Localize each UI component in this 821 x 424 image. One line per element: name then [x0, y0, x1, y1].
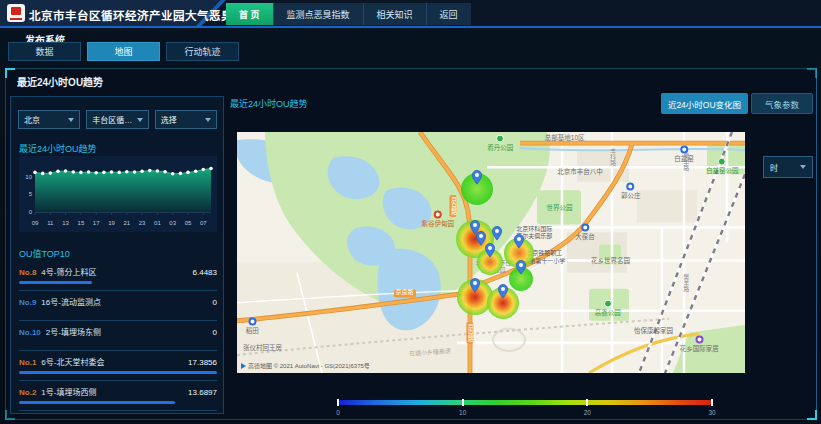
value-bar-fill [19, 401, 175, 404]
map-pin-b7[interactable] [515, 260, 526, 279]
nav-item-2[interactable]: 监测点恶臭指数 [273, 3, 363, 25]
list-item-head: No.102号-填埋场东侧0 [19, 326, 217, 337]
map-label-8: 大葆台 [575, 224, 595, 241]
map-pin-x2[interactable] [492, 226, 503, 245]
panel-corner-tr [807, 68, 817, 78]
list-item-head: No.21号-填埋场西侧13.6897 [19, 386, 217, 397]
dropdown-value: 选择 [161, 114, 177, 125]
value-bar-fill [19, 281, 92, 284]
map-label-20: 京良路 [466, 322, 473, 344]
station-name: 16号-流动监测点 [41, 296, 208, 307]
svg-text:09: 09 [32, 220, 39, 226]
tab-1[interactable]: 数据 [8, 42, 81, 61]
list-item: No.916号-流动监测点0 [19, 291, 217, 321]
park-icon [718, 157, 726, 165]
panel-corner-br [807, 410, 817, 420]
map-label-12: 花乡世界名园 [591, 257, 630, 265]
map-label-14: 怡保康馨家园 [634, 327, 673, 335]
metro-station-icon [248, 318, 256, 326]
ou-value: 17.3856 [188, 358, 217, 367]
map-pin-b6[interactable] [498, 284, 509, 303]
svg-text:15: 15 [78, 220, 85, 226]
time-unit-value: 时 [770, 162, 778, 173]
ou-top-list[interactable]: No.84号-筛分上料区6.4483No.916号-流动监测点0No.102号-… [19, 261, 217, 411]
ou-value: 6.4483 [193, 268, 217, 277]
chevron-down-icon [68, 118, 74, 122]
chevron-down-icon [205, 118, 211, 122]
map-label-6: 郭公庄 [621, 183, 641, 200]
heat-scale-bar: 0102030 [338, 400, 712, 405]
nav-item-3[interactable]: 相关知识 [363, 3, 426, 25]
map-label-15: 花乡国际家居 [680, 336, 719, 353]
list-item-head: No.16号-北天堂村委会17.3856 [19, 356, 217, 367]
map-label-13: 高鑫公园 [595, 300, 621, 317]
panel-title: 最近24小时OU趋势 [17, 74, 103, 89]
list-item: No.16号-北天堂村委会17.3856 [19, 351, 217, 381]
value-bar [19, 401, 217, 404]
list-item: No.21号-填埋场西侧13.6897 [19, 381, 217, 411]
map-pin-b4[interactable] [513, 234, 524, 253]
scale-tick [711, 399, 713, 406]
chevron-down-icon [137, 118, 143, 122]
list-item-head: No.916号-流动监测点0 [19, 296, 217, 307]
tab-3[interactable]: 行动轨迹 [166, 42, 239, 61]
dropdown-value: 丰台区循环经济产 [92, 114, 133, 125]
nav-item-4[interactable]: 返回 [426, 3, 471, 25]
svg-text:19: 19 [108, 220, 115, 226]
scale-tick [586, 399, 588, 406]
left-panel: 北京丰台区循环经济产选择 最近24小时OU趋势 0510091113151719… [10, 96, 224, 414]
trend-chart: 0510091113151719212301030507 [19, 156, 217, 232]
scale-tick-label: 10 [459, 409, 466, 416]
list-item-head: No.84号-筛分上料区6.4483 [19, 266, 217, 277]
filter-dropdown-3[interactable]: 选择 [155, 110, 217, 129]
park-icon [496, 134, 504, 142]
main-nav: 首 页监测点恶臭指数相关知识返回 [226, 3, 471, 25]
tab-2[interactable]: 地图 [87, 42, 160, 61]
map-label-7: 世界公园 [547, 204, 573, 212]
svg-text:0: 0 [29, 209, 33, 215]
map-pin-x1[interactable] [476, 231, 487, 250]
svg-text:10: 10 [25, 174, 32, 180]
time-unit-dropdown[interactable]: 时 [763, 156, 813, 178]
map-canvas[interactable]: 看丹公园总部基地10区白盆窑白盆窑公园北京市丰台八中郭公庄世界公园大葆台紫谷伊甸… [237, 132, 745, 373]
map-pin-b1[interactable] [471, 170, 482, 189]
filter-dropdown-2[interactable]: 丰台区循环经济产 [86, 110, 148, 129]
nav-item-1[interactable]: 首 页 [226, 3, 273, 25]
map-label-24: 丰科路 [608, 148, 615, 166]
header-bar: 北京市丰台区循环经济产业园大气恶臭状况实时 首 页监测点恶臭指数相关知识返回 [0, 0, 821, 28]
app-logo [7, 4, 25, 22]
panel-corner-tl [5, 68, 15, 78]
map-label-23: 樊羊路 [681, 274, 688, 292]
scale-tick-label: 20 [584, 409, 591, 416]
trend-chart-title: 最近24小时OU趋势 [19, 142, 97, 155]
scale-tick [462, 399, 464, 406]
svg-text:11: 11 [47, 220, 54, 226]
dashboard: 北京市丰台区循环经济产业园大气恶臭状况实时 首 页监测点恶臭指数相关知识返回 发… [0, 0, 821, 424]
scale-tick-label: 30 [708, 409, 715, 416]
station-name: 1号-填埋场西侧 [41, 386, 184, 397]
station-name: 4号-筛分上料区 [41, 266, 188, 277]
filter-dropdowns: 北京丰台区循环经济产选择 [18, 110, 217, 129]
rank-label: No.1 [19, 358, 36, 367]
scenic-spot-icon [434, 210, 442, 218]
ou-value: 0 [213, 298, 217, 307]
filter-dropdown-1[interactable]: 北京 [18, 110, 80, 129]
value-bar-fill [19, 371, 217, 374]
rank-label: No.2 [19, 388, 36, 397]
list-item: No.102号-填埋场东侧0 [19, 321, 217, 351]
map-attribution: 高德地图 © 2021 AutoNavi - GS(2021)6375号 [241, 361, 370, 370]
map-label-1: 看丹公园 [487, 134, 513, 151]
scale-tick-label: 0 [336, 409, 340, 416]
svg-text:05: 05 [185, 220, 192, 226]
chevron-down-icon [800, 165, 806, 169]
svg-text:01: 01 [154, 220, 161, 226]
metro-station-icon [581, 224, 589, 232]
park-icon [604, 300, 612, 308]
map-label-17: 张仪村回王房 [243, 344, 282, 352]
svg-text:23: 23 [139, 220, 146, 226]
metro-station-icon [680, 145, 688, 153]
ou-change-map-button[interactable]: 近24小时OU变化图 [661, 93, 748, 114]
map-label-2: 总部基地10区 [545, 134, 585, 142]
weather-params-button[interactable]: 气象参数 [751, 93, 813, 114]
map-pin-b5[interactable] [470, 278, 481, 297]
